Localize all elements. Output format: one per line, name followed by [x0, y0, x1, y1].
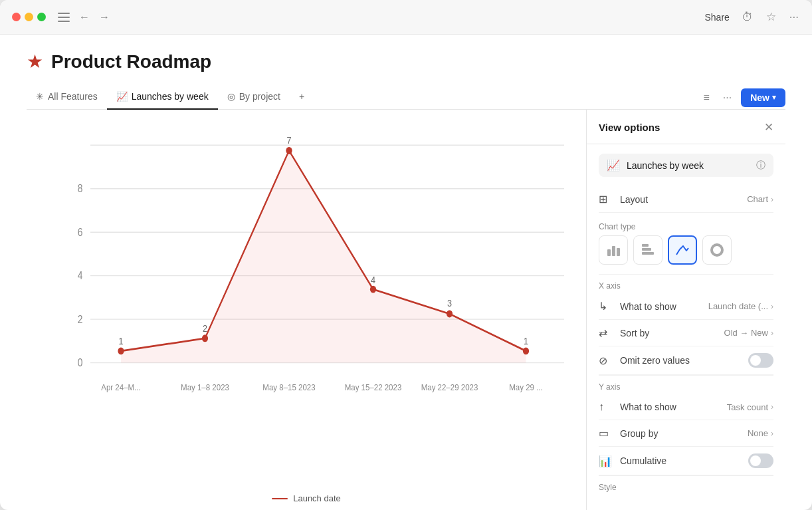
svg-text:May 22–29 2023: May 22–29 2023 [421, 382, 478, 392]
more-options-button[interactable]: ··· [788, 9, 800, 25]
panel-body: 📈 Launches by week ⓘ ⊞ Layout Chart › Ch… [587, 144, 785, 504]
group-by-row[interactable]: ▭ Group by None › [599, 420, 773, 447]
legend-line [272, 498, 288, 499]
new-button-arrow: ▾ [772, 93, 776, 102]
data-point-3 [286, 147, 292, 154]
style-section-header: Style [599, 476, 773, 495]
y-what-to-show-chevron: › [771, 402, 773, 412]
by-project-icon: ◎ [227, 91, 235, 102]
svg-text:2: 2 [78, 313, 83, 324]
share-button[interactable]: Share [704, 12, 729, 23]
new-button[interactable]: New ▾ [741, 88, 785, 107]
group-by-icon: ▭ [599, 427, 613, 440]
y-what-to-show-row[interactable]: ↑ What to show Task count › [599, 394, 773, 420]
chart-type-row [599, 235, 773, 265]
y-what-to-show-label: What to show [620, 402, 727, 412]
cumulative-row: 📊 Cumulative [599, 447, 773, 475]
data-point-1 [118, 347, 124, 354]
svg-rect-26 [642, 252, 654, 255]
x-what-to-show-row[interactable]: ↳ What to show Launch date (... › [599, 293, 773, 320]
add-tab-icon: + [299, 91, 304, 102]
x-what-to-show-chevron: › [771, 302, 773, 311]
nav-back-button[interactable]: ← [76, 10, 92, 25]
group-by-value: None [748, 428, 768, 438]
svg-text:6: 6 [78, 226, 83, 238]
tab-add[interactable]: + [290, 86, 314, 110]
svg-text:8: 8 [78, 182, 83, 194]
omit-zero-row: ⊘ Omit zero values [599, 346, 773, 375]
group-by-chevron: › [771, 429, 773, 438]
content-area: 0 2 4 6 8 Apr 24–M... May 1–8 2023 May 8… [27, 110, 785, 510]
tab-all-features-label: All Features [48, 91, 98, 102]
svg-text:May 8–15 2023: May 8–15 2023 [262, 382, 315, 392]
cumulative-toggle[interactable] [748, 453, 773, 468]
data-point-4 [370, 286, 376, 293]
svg-text:May 29 ...: May 29 ... [509, 382, 542, 392]
tab-by-project[interactable]: ◎ By project [218, 86, 290, 110]
svg-text:0: 0 [78, 356, 83, 368]
svg-text:4: 4 [371, 274, 375, 285]
omit-zero-icon: ⊘ [599, 354, 613, 367]
panel-title: View options [599, 122, 660, 133]
view-options-panel: View options ✕ 📈 Launches by week ⓘ ⊞ La… [586, 110, 785, 510]
svg-text:Apr 24–M...: Apr 24–M... [101, 382, 140, 392]
tabs-bar: ✳ All Features 📈 Launches by week ◎ By p… [27, 86, 785, 110]
bar-chart-icon [606, 243, 621, 257]
traffic-lights [12, 13, 46, 21]
tab-all-features[interactable]: ✳ All Features [27, 86, 107, 110]
omit-zero-toggle[interactable] [748, 353, 773, 368]
omit-zero-label: Omit zero values [620, 355, 748, 366]
sort-by-chevron: › [771, 328, 773, 338]
launches-icon: 📈 [116, 91, 128, 102]
clock-icon-button[interactable]: ⏱ [740, 9, 754, 25]
panel-close-button[interactable]: ✕ [764, 120, 773, 134]
layout-icon: ⊞ [599, 193, 613, 205]
all-features-icon: ✳ [36, 91, 44, 102]
title-bar: ← → Share ⏱ ☆ ··· [0, 0, 812, 35]
tab-launches-by-week[interactable]: 📈 Launches by week [107, 86, 218, 110]
svg-text:7: 7 [286, 134, 291, 145]
cumulative-icon: 📊 [599, 455, 613, 467]
y-what-to-show-value: Task count [727, 402, 768, 412]
chart-container: 0 2 4 6 8 Apr 24–M... May 1–8 2023 May 8… [27, 120, 586, 493]
svg-text:2: 2 [203, 322, 207, 334]
bar-chart-button[interactable] [599, 235, 628, 265]
chart-type-section-header: Chart type [599, 213, 773, 235]
hamburger-icon[interactable] [58, 13, 70, 22]
line-chart-button[interactable] [668, 235, 697, 265]
chart-fill-area [121, 150, 526, 362]
filter-button[interactable]: ≡ [700, 89, 714, 106]
layout-row[interactable]: ⊞ Layout Chart › [599, 186, 773, 213]
title-bar-right: Share ⏱ ☆ ··· [704, 9, 800, 25]
chart-area: 0 2 4 6 8 Apr 24–M... May 1–8 2023 May 8… [27, 110, 586, 510]
minimize-button[interactable] [25, 13, 33, 21]
view-name-info-icon[interactable]: ⓘ [756, 160, 765, 172]
stacked-chart-button[interactable] [633, 235, 662, 265]
svg-rect-28 [642, 244, 649, 247]
svg-rect-24 [612, 246, 615, 256]
star-icon-button[interactable]: ☆ [765, 9, 777, 25]
sort-by-row[interactable]: ⇄ Sort by Old → New › [599, 320, 773, 346]
view-name-text: Launches by week [627, 160, 750, 171]
svg-rect-23 [607, 249, 611, 256]
page-title: Product Roadmap [51, 51, 211, 72]
y-axis-header: Y axis [599, 376, 773, 394]
fullscreen-button[interactable] [37, 13, 46, 21]
page-header: ★ Product Roadmap [27, 51, 785, 72]
nav-forward-button[interactable]: → [96, 10, 112, 25]
view-name-chart-icon: 📈 [607, 159, 620, 172]
svg-text:1: 1 [524, 335, 528, 346]
svg-text:May 1–8 2023: May 1–8 2023 [181, 382, 229, 392]
chart-svg: 0 2 4 6 8 Apr 24–M... May 1–8 2023 May 8… [60, 127, 579, 453]
more-options-tab-button[interactable]: ··· [719, 89, 736, 106]
donut-chart-button[interactable] [702, 235, 732, 265]
tab-launches-label: Launches by week [132, 91, 209, 102]
layout-value: Chart [747, 194, 768, 204]
x-what-to-show-value: Launch date (... [708, 301, 768, 311]
main-content: ★ Product Roadmap ✳ All Features 📈 Launc… [0, 35, 812, 510]
close-button[interactable] [12, 13, 21, 21]
data-point-5 [447, 311, 453, 318]
line-chart-icon [675, 243, 690, 257]
sort-by-label: Sort by [620, 328, 724, 338]
group-by-label: Group by [620, 428, 748, 439]
